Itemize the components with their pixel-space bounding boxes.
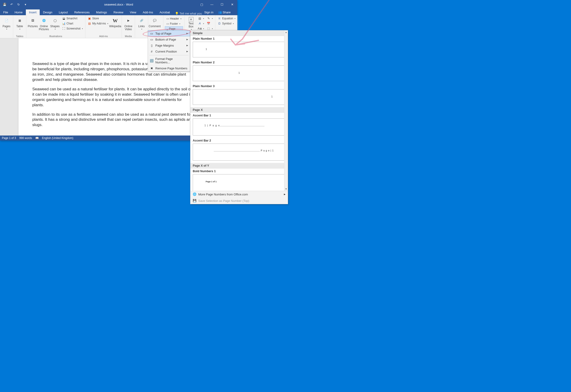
tab-design[interactable]: Design [40,9,55,15]
tab-acrobat[interactable]: Acrobat [156,9,173,15]
tab-addins[interactable]: Add-Ins [139,9,156,15]
save-selection-label: Save Selection as Page Number (Top) [198,199,249,203]
date-time-button[interactable]: 📅 [206,21,214,26]
gallery-item-bold-numbers-1[interactable]: Page 1 of 1 [193,174,286,191]
preview-text: Page 1 of 1 [206,181,217,183]
signature-button[interactable]: ✎ [206,16,214,21]
chevron-right-icon: ▶ [186,38,188,41]
preview-digit: 1 [206,48,207,50]
wordart-button[interactable]: A [197,21,205,26]
chevron-right-icon: ▶ [186,50,188,53]
gallery-item-label: Plain Number 1 [190,36,288,41]
maximize-button[interactable]: ☐ [217,0,227,9]
gallery-item-label: Plain Number 2 [190,60,288,65]
symbol-icon: Ω [218,22,221,25]
chart-button[interactable]: 📊Chart [61,21,84,26]
status-words[interactable]: 998 words [19,136,32,140]
close-button[interactable]: ✕ [227,0,237,9]
more-page-numbers[interactable]: 🌐 More Page Numbers from Office.com ▶ [190,191,288,197]
window-controls: ▢ — ☐ ✕ [197,0,237,9]
store-label: Store [92,17,99,20]
gallery-item-accent-bar-1[interactable]: 1 | P a g e [193,118,286,136]
tab-view[interactable]: View [126,9,139,15]
gallery-section-pagexy: Page X of Y [190,163,288,168]
spellcheck-icon[interactable]: 📖 [35,136,39,140]
paragraph[interactable]: In addition to its use as a fertiliser, … [32,112,194,128]
share-button[interactable]: 👥 Share [216,9,233,15]
my-addins-label: My Add-ins [92,22,106,25]
wikipedia-label: Wikipedia [109,25,121,28]
menu-bottom-of-page[interactable]: ▭ Bottom of Page ▶ [148,36,190,42]
status-language[interactable]: English (United Kingdom) [42,136,73,140]
online-pictures-icon: 🌐 [40,17,47,24]
footer-button[interactable]: ▭Footer [165,21,183,26]
status-page[interactable]: Page 1 of 3 [2,136,16,140]
table-label: Table [16,25,23,28]
redo-icon[interactable]: ↻ [15,1,22,8]
tab-file[interactable]: File [0,9,11,15]
menu-label: Top of Page [155,32,171,35]
chevron-right-icon: ▶ [186,44,188,47]
group-tables: ▦ Table Tables [13,15,26,38]
minimize-button[interactable]: — [207,0,217,9]
wordart-icon: A [198,22,202,25]
textbox-button[interactable]: A Text Box [186,16,196,31]
shapes-button[interactable]: ◯ Shapes [50,16,60,30]
datetime-icon: 📅 [207,22,210,25]
comment-icon: 💬 [151,17,158,24]
tab-layout[interactable]: Layout [56,9,71,15]
save-icon[interactable]: 💾 [1,1,8,8]
links-button[interactable]: 🔗 Links [136,16,147,30]
store-button[interactable]: ▣Store [87,16,109,21]
gallery-item-accent-bar-2[interactable]: P a g e | 1 [193,144,286,161]
menu-separator [149,55,189,55]
menu-current-position[interactable]: # Current Position ▶ [148,48,190,54]
quick-parts-button[interactable]: ▤ [197,16,205,21]
pages-button[interactable]: 📄 Pages [1,16,12,30]
tab-home[interactable]: Home [11,9,26,15]
header-button[interactable]: ▭Header [165,16,183,21]
scroll-down-icon[interactable]: ▼ [284,187,288,191]
menu-page-margins[interactable]: ▯ Page Margins ▶ [148,42,190,48]
tab-mailings[interactable]: Mailings [93,9,110,15]
my-addins-button[interactable]: ▤My Add-ins [87,21,109,26]
online-pictures-button[interactable]: 🌐 Online Pictures [39,16,49,31]
header-label: Header [170,17,179,20]
qat-customize-icon[interactable]: ▾ [22,1,29,8]
menu-top-of-page[interactable]: ▭ Top of Page ▶ [148,30,190,36]
scroll-up-icon[interactable]: ▲ [284,30,288,34]
smartart-button[interactable]: ⬓SmartArt [61,16,84,21]
gallery-item-plain-number-1[interactable]: 1 [193,42,286,57]
equation-button[interactable]: πEquation [217,16,236,21]
tell-me-search[interactable]: 💡 Tell me what you [175,12,202,15]
ribbon-display-icon[interactable]: ▢ [197,0,207,9]
pages-label: Pages [2,25,10,28]
gallery-scrollbar[interactable]: ▲ ▼ [284,30,288,191]
tab-insert[interactable]: Insert [26,9,40,15]
online-video-button[interactable]: ▶ Online Video [123,16,133,31]
paragraph[interactable]: Seaweed can be used as a natural fertili… [32,87,194,108]
sign-in-link[interactable]: Sign in [202,9,216,15]
undo-icon[interactable]: ↶ [8,1,15,8]
share-label: Share [223,11,231,14]
symbol-button[interactable]: ΩSymbol [217,21,236,26]
smartart-icon: ⬓ [62,17,66,20]
footer-icon: ▭ [166,22,169,25]
header-icon: ▭ [166,17,169,20]
comment-button[interactable]: 💬 Comment [150,16,160,28]
tab-references[interactable]: References [71,9,93,15]
table-button[interactable]: ▦ Table [15,16,25,30]
gallery-scroll-area[interactable]: Simple Plain Number 1 1 Plain Number 2 1… [190,30,288,191]
menu-label: Remove Page Numbers [155,67,187,70]
title-bar: 💾 ↶ ↻ ▾ seaweed.docx - Word ▢ — ☐ ✕ [0,0,237,9]
menu-format-page-numbers[interactable]: 🔢 Format Page Numbers... [148,56,190,65]
tab-review[interactable]: Review [110,9,127,15]
gallery-item-plain-number-3[interactable]: 1 [193,89,286,105]
addins-icon: ▤ [88,22,91,25]
pictures-button[interactable]: 🖼 Pictures [28,16,38,28]
wikipedia-button[interactable]: W Wikipedia [110,16,120,28]
screenshot-button[interactable]: ⛶Screenshot [61,26,84,31]
menu-remove-page-numbers[interactable]: ✖ Remove Page Numbers [148,65,190,71]
save-selection-icon: 💾 [193,199,196,203]
gallery-item-plain-number-2[interactable]: 1 [193,65,286,81]
